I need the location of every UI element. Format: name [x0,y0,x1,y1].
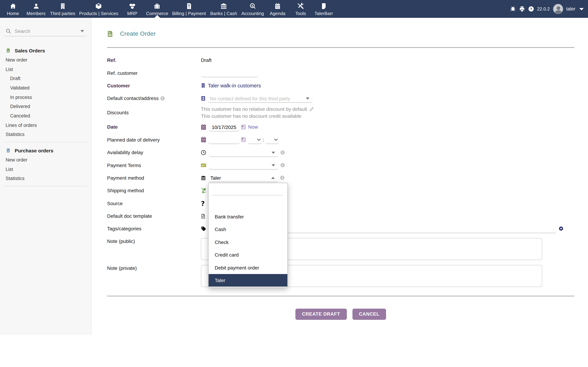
payment-method-caret-icon [271,177,275,179]
time-separator: : [263,137,264,142]
sidebar-item-canceled[interactable]: Canceled [0,111,91,120]
sidebar-item-delivered[interactable]: Delivered [0,102,91,111]
create-order-form: Ref. Draft Ref. customer Customer Taler … [107,54,574,289]
nav-item-talerbarr[interactable]: TalerBarr [314,0,333,18]
now-link[interactable]: Now [248,124,258,130]
version-label: 22.0.2 [537,6,550,12]
nav-item-tools[interactable]: Tools [295,0,306,18]
shipping-dolly-icon [201,188,207,193]
contact-select[interactable]: No contact defined for this third party [208,94,313,103]
dropdown-search-input[interactable] [211,185,283,195]
sidebar-item-new-order[interactable]: New order [0,55,91,65]
search-dollar-icon: $ [249,2,256,10]
sidebar-item-list[interactable]: List [0,165,91,174]
order-doc-icon [107,30,113,38]
nav-item-label: Products | Services [79,11,118,16]
briefcase-icon [154,2,160,10]
svg-text:$: $ [251,4,253,7]
payment-terms-select[interactable] [209,161,279,169]
row-note-private: Note (private) [107,262,574,289]
invoice-icon: $ [186,2,192,10]
nav-item-label: TalerBarr [314,11,333,16]
search-input[interactable] [15,28,71,34]
nav-item-members[interactable]: Members [26,0,45,18]
cancel-button[interactable]: CANCEL [352,309,386,320]
ref-label: Ref. [107,57,201,63]
dropdown-option-taler[interactable]: Taler [208,274,287,287]
nav-item-mrp[interactable]: MRP [127,0,137,18]
edit-pencil-icon[interactable] [309,107,314,111]
payment-terms-info-icon[interactable] [280,163,285,167]
sidebar-item-statistics[interactable]: Statistics [0,174,91,183]
bug-icon[interactable] [510,6,516,12]
dropdown-option-bank-transfer[interactable]: Bank transfer [208,210,287,223]
dropdown-option-empty[interactable] [208,198,287,210]
svg-text:$: $ [201,164,203,167]
username-label[interactable]: taler [566,6,575,12]
row-ref-customer: Ref. customer [107,67,574,79]
sidebar-section-sales-orders[interactable]: Sales Orders [0,46,91,55]
sidebar-section-purchase-orders[interactable]: Purchase orders [0,146,91,155]
customer-label: Customer [107,83,201,88]
money-check-icon: $ [201,163,206,167]
row-shipping: Shipping method [107,184,574,197]
add-tag-icon[interactable] [559,227,563,231]
help-icon[interactable]: ? [528,6,534,12]
nav-item-home[interactable]: Home [7,0,19,18]
contact-info-icon[interactable] [160,96,165,101]
nav-item-third-parties[interactable]: Third parties [50,0,75,18]
row-tags: Tags/categories [107,223,574,235]
nav-item-banks-cash[interactable]: Banks | Cash [210,0,237,18]
payment-method-info-icon[interactable] [280,176,285,180]
nav-item-agenda[interactable]: Agenda [270,0,285,18]
date-input[interactable]: 10/17/2025 [208,123,240,131]
search-caret-icon[interactable] [80,30,84,32]
sidebar: Sales OrdersNew orderListDraftValidatedI… [0,18,91,335]
nav-item-label: Home [7,11,19,16]
nav-item-billing-payment[interactable]: $Billing | Payment [172,0,206,18]
dropdown-option-check[interactable]: Check [208,236,287,249]
delivery-minute-select[interactable] [265,135,279,144]
nav-item-commerce[interactable]: Commerce [146,0,168,18]
avatar[interactable] [553,4,563,14]
sidebar-item-in-process[interactable]: In process [0,93,91,102]
availability-select[interactable] [209,148,279,157]
sidebar-item-validated[interactable]: Validated [0,83,91,92]
payment-method-select[interactable]: Taler [208,174,278,182]
sidebar-item-list[interactable]: List [0,65,91,74]
main-content: Create Order Ref. Draft Ref. customer Cu… [107,18,574,367]
dropdown-options: Bank transferCashCheckCredit cardDebit p… [208,198,287,287]
section-doc-icon [6,148,15,153]
nav-item-products-services[interactable]: Products | Services [79,0,118,18]
sidebar-item-draft[interactable]: Draft [0,74,91,83]
dropdown-search[interactable] [211,185,283,195]
dropdown-option-debit-payment-order[interactable]: Debit payment order [208,261,287,274]
delivery-hour-select[interactable] [248,135,262,144]
dropdown-option-cash[interactable]: Cash [208,223,287,236]
tags-label: Tags/categories [107,226,201,232]
nav-item-accounting[interactable]: $Accounting [242,0,264,18]
payment-method-dropdown: Bank transferCashCheckCredit cardDebit p… [208,183,287,287]
nav-item-label: Agenda [270,11,285,16]
delivery-date-input[interactable] [208,135,240,144]
user-menu-chevron-icon[interactable] [579,6,585,12]
datepicker-icon[interactable] [241,137,246,142]
row-doc-template: Default doc template [107,210,574,223]
sidebar-item-statistics[interactable]: Statistics [0,130,91,139]
datepicker-icon[interactable] [241,125,246,129]
payment-method-value: Taler [208,175,221,181]
contact-card-icon [201,96,206,101]
tag-icon [201,226,206,231]
sidebar-search[interactable] [3,26,87,36]
availability-info-icon[interactable] [280,150,285,155]
customer-link[interactable]: Taler walk-in customers [208,83,261,88]
ref-customer-input[interactable] [201,68,258,77]
sidebar-item-new-order[interactable]: New order [0,155,91,165]
discounts-label: Discounts [107,110,201,116]
sidebar-item-lines-of-orders[interactable]: Lines of orders [0,121,91,130]
row-delivery-date: Planned date of delivery : [107,133,574,146]
create-draft-button[interactable]: CREATE DRAFT [295,309,347,320]
row-ref: Ref. Draft [107,54,574,67]
print-icon[interactable] [519,6,525,12]
dropdown-option-credit-card[interactable]: Credit card [208,249,287,261]
